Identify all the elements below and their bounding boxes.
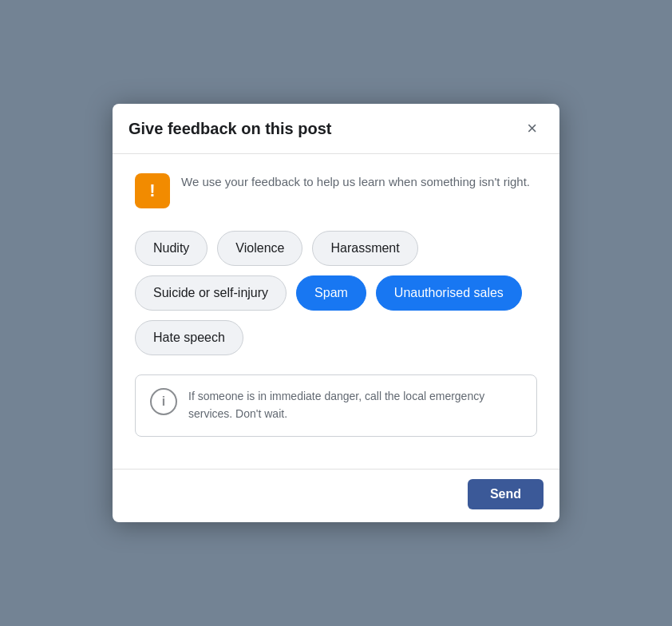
option-harassment[interactable]: Harassment	[312, 231, 417, 266]
emergency-text: If someone is in immediate danger, call …	[188, 388, 522, 422]
option-nudity[interactable]: Nudity	[135, 231, 208, 266]
warning-icon: !	[135, 173, 170, 208]
option-unauthorised-sales[interactable]: Unauthorised sales	[376, 275, 522, 311]
modal-header: Give feedback on this post ×	[113, 104, 559, 154]
modal-title: Give feedback on this post	[128, 120, 332, 138]
info-icon: i	[150, 388, 177, 415]
send-button[interactable]: Send	[468, 479, 544, 509]
option-spam[interactable]: Spam	[296, 275, 366, 311]
emergency-notice: i If someone is in immediate danger, cal…	[135, 374, 537, 436]
modal-footer: Send	[113, 469, 559, 522]
options-grid: Nudity Violence Harassment Suicide or se…	[135, 231, 537, 355]
feedback-description: We use your feedback to help us learn wh…	[181, 173, 530, 192]
option-suicide[interactable]: Suicide or self-injury	[135, 275, 287, 311]
option-violence[interactable]: Violence	[217, 231, 302, 266]
close-button[interactable]: ×	[520, 117, 544, 141]
modal-body: ! We use your feedback to help us learn …	[113, 154, 559, 468]
feedback-info: ! We use your feedback to help us learn …	[135, 173, 537, 208]
feedback-modal: Give feedback on this post × ! We use yo…	[113, 104, 559, 521]
option-hate-speech[interactable]: Hate speech	[135, 320, 243, 355]
